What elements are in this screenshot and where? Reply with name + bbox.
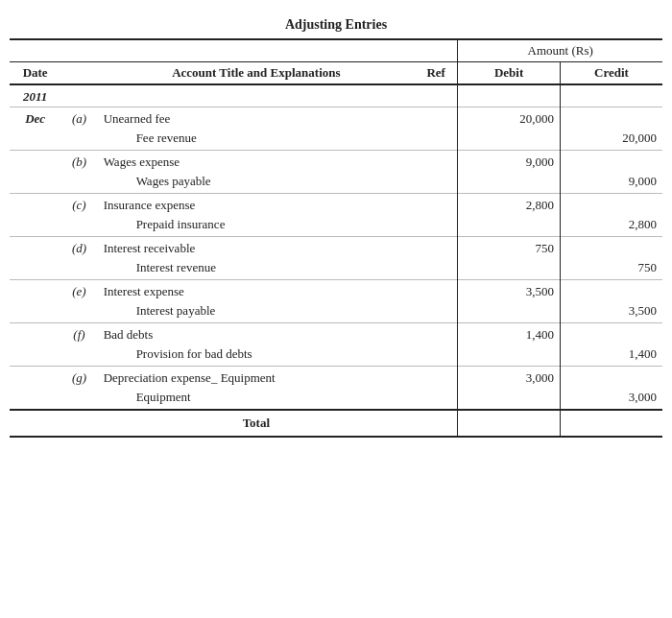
entry-credit-e: 3,500 [560, 301, 662, 323]
entry-sub-account-a: Fee revenue [98, 129, 415, 151]
entry-credit-f: 1,400 [560, 345, 662, 367]
table-row: Dec (a) Unearned fee 20,000 [10, 107, 662, 130]
adjusting-entries-table: Amount (Rs) Date Account Title and Expla… [10, 38, 662, 438]
table-row: Interest payable 3,500 [10, 301, 662, 323]
table-row: Fee revenue 20,000 [10, 129, 662, 151]
entry-ref-a [415, 107, 458, 130]
entry-credit-g: 3,000 [560, 388, 662, 410]
table-row: (d) Interest receivable 750 [10, 237, 662, 259]
entry-sub-account-d: Interest revenue [98, 258, 415, 280]
year-account-empty [98, 84, 415, 107]
entry-letter-c: (c) [60, 194, 97, 216]
total-label: Total [98, 410, 415, 437]
month-cell: Dec [10, 107, 60, 130]
entry-letter-g: (g) [60, 367, 97, 389]
entry-sub-account-b: Wages payable [98, 172, 415, 194]
th-date-empty [10, 39, 60, 62]
entry-debit-a: 20,000 [458, 107, 561, 130]
year-ref-empty [415, 84, 458, 107]
table-row: Wages payable 9,000 [10, 172, 662, 194]
th-debit: Debit [458, 62, 561, 85]
th-ref: Ref [415, 62, 458, 85]
th-date: Date [10, 62, 60, 85]
entry-debit-f: 1,400 [458, 323, 561, 345]
table-row: (f) Bad debts 1,400 [10, 323, 662, 345]
entry-main-account-a: Unearned fee [98, 107, 415, 130]
entry-sub-account-g: Equipment [98, 388, 415, 410]
entry-main-account-e: Interest expense [98, 280, 415, 302]
entry-main-account-f: Bad debts [98, 323, 415, 345]
entry-debit-d: 750 [458, 237, 561, 259]
entry-letter-b: (b) [60, 151, 97, 173]
table-body: 2011 Dec (a) Unearned fee 20,000 Fee rev… [10, 84, 662, 437]
header-row-amount: Amount (Rs) [10, 39, 662, 62]
header-row-labels: Date Account Title and Explanations Ref … [10, 62, 662, 85]
year-debit-empty [458, 84, 561, 107]
entry-sub-account-e: Interest payable [98, 301, 415, 323]
year-row: 2011 [10, 84, 662, 107]
entry-sub-account-f: Provision for bad debts [98, 345, 415, 367]
entry-debit-g: 3,000 [458, 367, 561, 389]
table-row: (c) Insurance expense 2,800 [10, 194, 662, 216]
table-row: (b) Wages expense 9,000 [10, 151, 662, 173]
entry-credit-d: 750 [560, 258, 662, 280]
th-credit: Credit [560, 62, 662, 85]
total-row: Total [10, 410, 662, 437]
table-row: Provision for bad debts 1,400 [10, 345, 662, 367]
page-wrap: Adjusting Entries Amount (Rs) Date Accou… [10, 17, 662, 438]
entry-main-account-b: Wages expense [98, 151, 415, 173]
entry-main-account-d: Interest receivable [98, 237, 415, 259]
table-row: Interest revenue 750 [10, 258, 662, 280]
table-row: Equipment 3,000 [10, 388, 662, 410]
entry-main-account-g: Depreciation expense_ Equipment [98, 367, 415, 389]
entry-main-account-c: Insurance expense [98, 194, 415, 216]
total-credit-empty [560, 410, 662, 437]
entry-debit-e: 3,500 [458, 280, 561, 302]
th-amount-rs: Amount (Rs) [458, 39, 662, 62]
entry-credit-a: 20,000 [560, 129, 662, 151]
entry-credit-c: 2,800 [560, 215, 662, 237]
page-title: Adjusting Entries [10, 17, 662, 33]
entry-sub-account-c: Prepaid insurance [98, 215, 415, 237]
entry-debit-b: 9,000 [458, 151, 561, 173]
year-credit-empty [560, 84, 662, 107]
year-letter-empty [60, 84, 97, 107]
th-account-empty [98, 39, 415, 62]
entry-letter-f: (f) [60, 323, 97, 345]
th-account-title: Account Title and Explanations [98, 62, 415, 85]
entry-credit-a-empty [560, 107, 662, 130]
total-debit-empty [458, 410, 561, 437]
entry-credit-b: 9,000 [560, 172, 662, 194]
entry-letter-e: (e) [60, 280, 97, 302]
year-cell: 2011 [10, 84, 60, 107]
th-letter-empty [60, 39, 97, 62]
table-row: (e) Interest expense 3,500 [10, 280, 662, 302]
table-row: (g) Depreciation expense_ Equipment 3,00… [10, 367, 662, 389]
entry-letter-a: (a) [60, 107, 97, 130]
entry-letter-d: (d) [60, 237, 97, 259]
th-ref-empty [415, 39, 458, 62]
th-letter-blank [60, 62, 97, 85]
entry-debit-c: 2,800 [458, 194, 561, 216]
table-row: Prepaid insurance 2,800 [10, 215, 662, 237]
